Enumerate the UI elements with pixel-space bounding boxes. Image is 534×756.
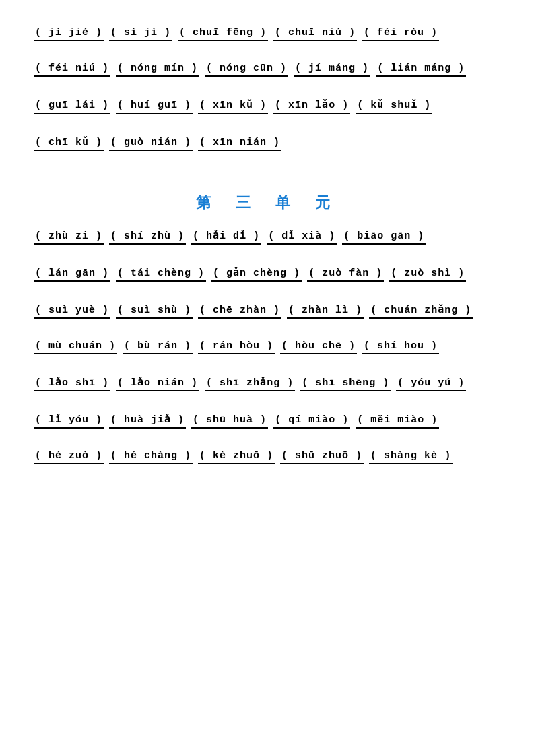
pinyin-item: ( zhàn lì ) (287, 305, 364, 319)
pinyin-item: ( mù chuán ) (34, 340, 117, 354)
pinyin-item: ( lǎo shī ) (34, 376, 110, 391)
pinyin-item: ( lǎo nián ) (116, 376, 199, 391)
pinyin-item: ( chuán zhǎng ) (369, 303, 473, 319)
pinyin-item: ( hòu chē ) (280, 340, 357, 354)
pinyin-item: ( chē zhàn ) (198, 305, 281, 319)
pinyin-item: ( chuī fēng ) (178, 27, 268, 41)
pinyin-item: ( měi miào ) (356, 414, 439, 429)
pinyin-item: ( suì shù ) (116, 305, 193, 319)
pinyin-item: ( sì jì ) (109, 27, 172, 41)
pinyin-line: ( lǎo shī )( lǎo nián )( shī zhǎng )( sh… (34, 376, 500, 394)
pinyin-item: ( suì yuè ) (34, 305, 110, 319)
pinyin-line: ( zhù zi )( shí zhù )( hǎi dǐ )( dǐ xià … (34, 229, 500, 247)
pinyin-item: ( zuò fàn ) (307, 267, 384, 282)
pinyin-line: ( lǐ yóu )( huà jiǎ )( shū huà )( qí mià… (34, 413, 500, 431)
pinyin-item: ( shàng kè ) (369, 450, 453, 464)
pinyin-item: ( hé zuò ) (34, 450, 104, 464)
pinyin-item: ( jí máng ) (294, 63, 370, 77)
pinyin-item: ( chī kǔ ) (34, 135, 104, 151)
pinyin-item: ( hé chàng ) (109, 450, 193, 464)
pinyin-item: ( shí zhù ) (109, 230, 186, 245)
pinyin-item: ( lián máng ) (376, 63, 466, 77)
pinyin-item: ( biāo gān ) (342, 230, 426, 245)
pinyin-item: ( kǔ shuǐ ) (356, 98, 432, 114)
pinyin-item: ( xīn lǎo ) (273, 98, 350, 114)
pinyin-line: ( hé zuò )( hé chàng )( kè zhuō )( shū z… (34, 450, 500, 467)
pinyin-item: ( lán gān ) (34, 267, 110, 282)
lines-after-section: ( zhù zi )( shí zhù )( hǎi dǐ )( dǐ xià … (34, 229, 500, 467)
pinyin-item: ( yóu yú ) (396, 377, 466, 391)
pinyin-item: ( shū huà ) (191, 414, 268, 429)
pinyin-item: ( nóng mín ) (116, 63, 199, 77)
pinyin-item: ( gǎn chèng ) (211, 266, 302, 282)
pinyin-item: ( féi niú ) (34, 63, 110, 77)
pinyin-item: ( nóng cūn ) (205, 63, 288, 77)
pinyin-item: ( jì jié ) (34, 27, 104, 41)
pinyin-item: ( shū zhuō ) (280, 450, 364, 464)
pinyin-line: ( jì jié )( sì jì )( chuī fēng )( chuī n… (34, 27, 500, 44)
pinyin-item: ( dǐ xià ) (267, 229, 337, 245)
pinyin-line: ( mù chuán )( bù rán )( rán hòu )( hòu c… (34, 340, 500, 357)
pinyin-item: ( huí guī ) (116, 100, 193, 114)
pinyin-item: ( shí hou ) (362, 340, 439, 354)
pinyin-line: ( suì yuè )( suì shù )( chē zhàn )( zhàn… (34, 303, 500, 321)
pinyin-item: ( tái chèng ) (116, 267, 206, 282)
pinyin-line: ( chī kǔ )( guò nián )( xīn nián ) (34, 135, 500, 154)
pinyin-item: ( qí miào ) (273, 414, 350, 429)
pinyin-item: ( guī lái ) (34, 100, 110, 114)
pinyin-line: ( guī lái )( huí guī )( xīn kǔ )( xīn lǎ… (34, 98, 500, 117)
pinyin-item: ( huà jiǎ ) (109, 413, 186, 429)
pinyin-item: ( guò nián ) (109, 137, 193, 151)
lines-before-section: ( jì jié )( sì jì )( chuī fēng )( chuī n… (34, 27, 500, 154)
section-title: 第 三 单 元 (34, 193, 500, 213)
pinyin-item: ( xīn nián ) (198, 137, 281, 151)
pinyin-line: ( féi niú )( nóng mín )( nóng cūn )( jí … (34, 63, 500, 80)
pinyin-item: ( lǐ yóu ) (34, 413, 104, 429)
pinyin-item: ( hǎi dǐ ) (191, 229, 261, 245)
pinyin-item: ( shī zhǎng ) (205, 376, 295, 391)
pinyin-item: ( zuò shì ) (389, 267, 466, 282)
pinyin-item: ( xīn kǔ ) (198, 98, 268, 114)
pinyin-item: ( rán hòu ) (198, 340, 275, 354)
pinyin-item: ( chuī niú ) (273, 27, 357, 41)
page-content: ( jì jié )( sì jì )( chuī fēng )( chuī n… (34, 27, 500, 467)
pinyin-item: ( bù rán ) (123, 340, 193, 354)
pinyin-item: ( zhù zi ) (34, 230, 104, 245)
pinyin-line: ( lán gān )( tái chèng )( gǎn chèng )( z… (34, 266, 500, 284)
pinyin-item: ( féi ròu ) (362, 27, 439, 41)
pinyin-item: ( kè zhuō ) (198, 450, 275, 464)
pinyin-item: ( shī shēng ) (300, 377, 391, 391)
